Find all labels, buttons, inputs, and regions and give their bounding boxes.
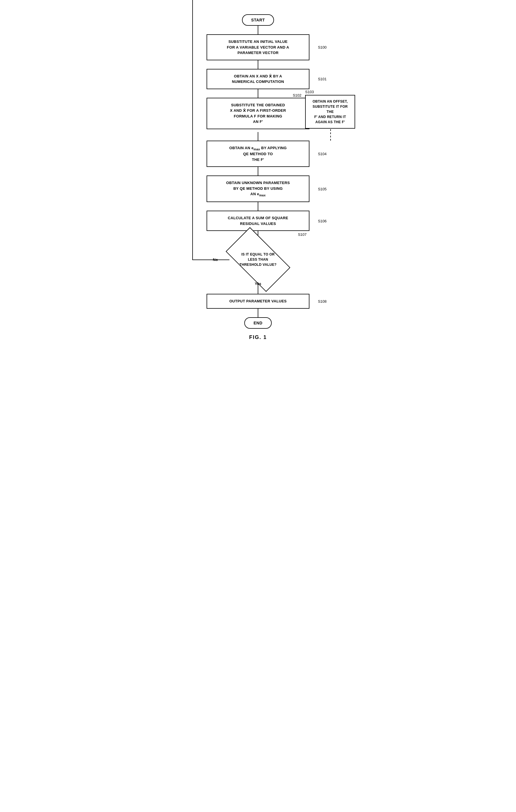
s106-block: CALCULATE A SUM OF SQUARERESIDUAL VALUES…	[207, 211, 309, 231]
s100-block: SUBSTITUTE AN INITIAL VALUEFOR A VARIABL…	[207, 34, 309, 60]
s103-label: S103	[305, 90, 314, 94]
s101-box: OBTAIN AN X AND X̄ BY ANUMERICAL COMPUTA…	[207, 69, 309, 89]
diagram-container: START SUBSTITUTE AN INITIAL VALUEFOR A V…	[158, 6, 358, 357]
s104-block: OBTAIN AN emax BY APPLYINGQE METHOD TOTH…	[207, 141, 309, 167]
s107-diamond-text: IS IT EQUAL TO ORLESS THANTHRESHOLD VALU…	[235, 252, 281, 267]
figure-label: FIG. 1	[164, 335, 352, 340]
s108-block: OUTPUT PARAMETER VALUES S108	[207, 294, 309, 309]
s100-label: S100	[318, 45, 327, 50]
s107-row: IS IT EQUAL TO ORLESS THANTHRESHOLD VALU…	[164, 239, 352, 280]
s108-box: OUTPUT PARAMETER VALUES	[207, 294, 309, 309]
arrow-s102-s104	[258, 132, 258, 141]
s107-diamond-wrapper: IS IT EQUAL TO ORLESS THANTHRESHOLD VALU…	[226, 239, 290, 280]
arrow-s100-s101	[258, 60, 258, 69]
no-vert-line	[192, 0, 193, 260]
s102-row: SUBSTITUTE THE OBTAINEDX AND X̄ FOR A FI…	[164, 98, 352, 129]
s103-box: OBTAIN AN OFFSET,SUBSTITUTE IT FOR THEF'…	[305, 95, 355, 128]
arrow-s101-s102	[258, 89, 258, 98]
start-shape: START	[242, 14, 274, 26]
flowchart: START SUBSTITUTE AN INITIAL VALUEFOR A V…	[164, 14, 352, 329]
end-label: END	[253, 321, 262, 325]
arrow-s107-s108	[258, 282, 258, 294]
s107-label: S107	[298, 232, 307, 237]
s102-label: S102	[293, 93, 301, 97]
s101-block: OBTAIN AN X AND X̄ BY ANUMERICAL COMPUTA…	[207, 69, 309, 89]
arrow-start-s100	[258, 26, 258, 34]
s106-box: CALCULATE A SUM OF SQUARERESIDUAL VALUES	[207, 211, 309, 231]
no-horiz-line	[192, 260, 230, 260]
s105-block: OBTAIN UNKNOWN PARAMETERSBY QE METHOD BY…	[207, 175, 309, 202]
s106-label: S106	[318, 219, 327, 223]
s103-down-line	[330, 129, 331, 141]
s101-label: S101	[318, 77, 327, 81]
s104-label: S104	[318, 151, 327, 156]
s104-box: OBTAIN AN emax BY APPLYINGQE METHOD TOTH…	[207, 141, 309, 167]
start-block: START	[242, 14, 274, 26]
arrow-s108-end	[258, 309, 258, 317]
arrow-s105-s106	[258, 202, 258, 211]
s102-block: SUBSTITUTE THE OBTAINEDX AND X̄ FOR A FI…	[207, 98, 309, 129]
s108-label: S108	[318, 299, 327, 303]
end-shape: END	[244, 317, 271, 329]
s103-area: S103 OBTAIN AN OFFSET,SUBSTITUTE IT FOR …	[305, 95, 355, 128]
s102-box: SUBSTITUTE THE OBTAINEDX AND X̄ FOR A FI…	[207, 98, 309, 129]
s100-box: SUBSTITUTE AN INITIAL VALUEFOR A VARIABL…	[207, 34, 309, 60]
end-block: END	[244, 317, 271, 329]
s105-label: S105	[318, 186, 327, 191]
s105-box: OBTAIN UNKNOWN PARAMETERSBY QE METHOD BY…	[207, 175, 309, 202]
arrow-s104-s105	[258, 167, 258, 175]
start-label: START	[251, 18, 265, 22]
